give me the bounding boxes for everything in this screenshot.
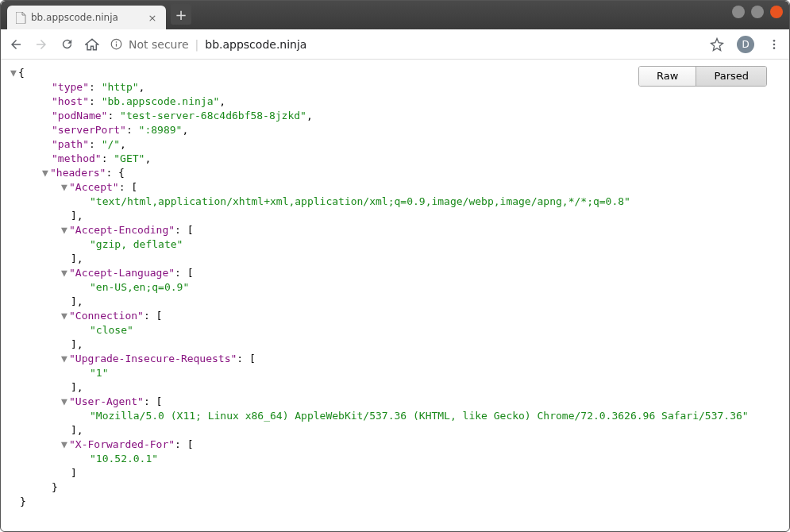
url-text: bb.appscode.ninja <box>205 38 306 51</box>
reload-button[interactable] <box>60 37 74 52</box>
browser-tab[interactable]: bb.appscode.ninja × <box>7 6 166 29</box>
view-toggle: Raw Parsed <box>638 66 767 87</box>
expand-arrow-icon[interactable]: ▼ <box>61 180 69 195</box>
json-value: "10.52.0.1" <box>10 452 780 466</box>
json-close: ], <box>10 295 780 309</box>
tab-title: bb.appscode.ninja <box>31 12 147 23</box>
profile-avatar[interactable]: D <box>737 36 754 53</box>
json-array: ▼"Accept-Language": [ <box>10 266 780 280</box>
page-icon <box>15 12 26 23</box>
url-divider: | <box>195 38 199 51</box>
json-array: ▼"Accept": [ <box>10 180 780 195</box>
json-prop: "method": "GET", <box>10 152 780 166</box>
new-tab-button[interactable]: + <box>171 4 191 25</box>
json-prop: "serverPort": ":8989", <box>10 123 780 137</box>
svg-point-4 <box>773 43 776 45</box>
expand-arrow-icon[interactable]: ▼ <box>61 438 69 452</box>
json-close: ] <box>10 466 780 480</box>
info-icon[interactable] <box>110 38 122 50</box>
back-button[interactable] <box>9 37 23 52</box>
parsed-button[interactable]: Parsed <box>696 67 766 86</box>
svg-rect-2 <box>116 44 117 47</box>
json-close: } <box>10 480 780 495</box>
json-array: ▼"User-Agent": [ <box>10 395 780 409</box>
expand-arrow-icon[interactable]: ▼ <box>42 166 50 180</box>
json-value: "text/html,application/xhtml+xml,applica… <box>10 195 780 209</box>
json-close: ], <box>10 423 780 438</box>
bookmark-icon[interactable] <box>710 37 724 52</box>
close-button[interactable] <box>770 6 783 18</box>
json-prop: "path": "/", <box>10 137 780 152</box>
expand-arrow-icon[interactable]: ▼ <box>61 309 69 323</box>
address-bar[interactable]: Not secure | bb.appscode.ninja <box>110 38 699 51</box>
expand-arrow-icon[interactable]: ▼ <box>61 395 69 409</box>
expand-arrow-icon[interactable]: ▼ <box>61 266 69 280</box>
raw-button[interactable]: Raw <box>639 67 696 86</box>
json-array: ▼"Accept-Encoding": [ <box>10 223 780 237</box>
window-titlebar: bb.appscode.ninja × + <box>1 1 789 29</box>
json-close: ], <box>10 209 780 223</box>
json-value: "1" <box>10 366 780 380</box>
expand-arrow-icon[interactable]: ▼ <box>61 223 69 237</box>
home-button[interactable] <box>85 37 99 52</box>
tab-close-icon[interactable]: × <box>147 12 158 23</box>
expand-arrow-icon[interactable]: ▼ <box>10 66 18 80</box>
json-array: ▼"Upgrade-Insecure-Requests": [ <box>10 352 780 366</box>
svg-point-5 <box>773 47 776 49</box>
svg-point-3 <box>773 40 776 42</box>
json-close: ], <box>10 337 780 352</box>
menu-icon[interactable] <box>767 37 781 52</box>
json-prop: "host": "bb.appscode.ninja", <box>10 94 780 109</box>
json-array: ▼"Connection": [ <box>10 309 780 323</box>
browser-toolbar: Not secure | bb.appscode.ninja D <box>1 29 789 60</box>
minimize-button[interactable] <box>732 6 745 18</box>
window-controls <box>732 6 783 18</box>
expand-arrow-icon[interactable]: ▼ <box>61 352 69 366</box>
json-value: "gzip, deflate" <box>10 237 780 252</box>
json-value: "Mozilla/5.0 (X11; Linux x86_64) AppleWe… <box>10 409 780 423</box>
json-prop: "podName": "test-server-68c4d6bf58-8jzkd… <box>10 109 780 123</box>
json-headers: ▼"headers": { <box>10 166 780 180</box>
json-close: ], <box>10 380 780 395</box>
security-status: Not secure <box>129 38 189 51</box>
forward-button[interactable] <box>34 37 48 52</box>
json-close: ], <box>10 252 780 266</box>
json-value: "close" <box>10 323 780 337</box>
json-close: } <box>10 495 780 509</box>
maximize-button[interactable] <box>751 6 764 18</box>
json-array: ▼"X-Forwarded-For": [ <box>10 438 780 452</box>
json-value: "en-US,en;q=0.9" <box>10 280 780 295</box>
svg-point-1 <box>116 41 118 43</box>
page-content: Raw Parsed ▼{ "type": "http", "host": "b… <box>1 60 789 532</box>
